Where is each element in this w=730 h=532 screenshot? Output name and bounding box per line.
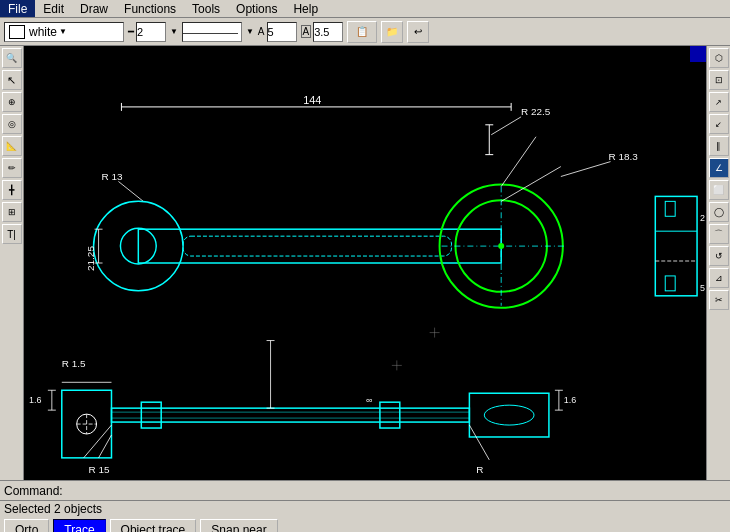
right-tool-1[interactable]: ⬡ bbox=[709, 48, 729, 68]
svg-rect-31 bbox=[665, 201, 675, 216]
canvas-area[interactable]: 144 R 22.5 R 18.3 R 13 bbox=[24, 46, 706, 480]
tool-pan[interactable]: ⊕ bbox=[2, 92, 22, 112]
menubar: File Edit Draw Functions Tools Options H… bbox=[0, 0, 730, 18]
menu-tools[interactable]: Tools bbox=[184, 0, 228, 17]
command-line: Command: bbox=[0, 481, 730, 501]
right-tool-6[interactable]: ∠ bbox=[709, 158, 729, 178]
tool-measure[interactable]: 📐 bbox=[2, 136, 22, 156]
right-toolbar: ⬡ ⊡ ↗ ↙ ∥ ∠ ⬜ ◯ ⌒ ↺ ⊿ ✂ bbox=[706, 46, 730, 480]
tool-circle-select[interactable]: ◎ bbox=[2, 114, 22, 134]
svg-point-52 bbox=[484, 405, 534, 425]
right-tool-10[interactable]: ↺ bbox=[709, 246, 729, 266]
textsize2-input[interactable] bbox=[313, 22, 343, 42]
menu-options[interactable]: Options bbox=[228, 0, 285, 17]
command-label: Command: bbox=[4, 484, 63, 498]
svg-text:5: 5 bbox=[700, 283, 705, 293]
right-tool-11[interactable]: ⊿ bbox=[709, 268, 729, 288]
command-input[interactable] bbox=[67, 483, 726, 499]
status-line: Selected 2 objects bbox=[0, 501, 730, 517]
bottom-buttons: Orto Trace Object trace Snap near bbox=[0, 517, 730, 532]
menu-draw[interactable]: Draw bbox=[72, 0, 116, 17]
drawing-svg: 144 R 22.5 R 18.3 R 13 bbox=[24, 46, 706, 480]
status-text: Selected 2 objects bbox=[4, 502, 102, 516]
color-label: white bbox=[29, 25, 57, 39]
svg-rect-49 bbox=[380, 402, 400, 428]
color-dropdown-arrow: ▼ bbox=[59, 27, 67, 36]
textsize2-icon: A bbox=[301, 25, 312, 38]
linewidth-dropdown[interactable]: ▼ bbox=[170, 27, 178, 36]
linestyle-input[interactable] bbox=[182, 22, 242, 42]
svg-text:R 18.3: R 18.3 bbox=[609, 151, 639, 162]
svg-point-25 bbox=[498, 243, 504, 249]
right-tool-5[interactable]: ∥ bbox=[709, 136, 729, 156]
svg-rect-30 bbox=[655, 196, 697, 295]
svg-rect-45 bbox=[111, 408, 469, 422]
tool-text[interactable]: T| bbox=[2, 224, 22, 244]
right-tool-9[interactable]: ⌒ bbox=[709, 224, 729, 244]
right-tool-7[interactable]: ⬜ bbox=[709, 180, 729, 200]
svg-text:1.6: 1.6 bbox=[564, 395, 576, 405]
btn-object-trace[interactable]: Object trace bbox=[110, 519, 197, 532]
svg-text:R 13: R 13 bbox=[102, 171, 123, 182]
toolbar-btn-3[interactable]: ↩ bbox=[407, 21, 429, 43]
menu-file[interactable]: File bbox=[0, 0, 35, 17]
color-preview bbox=[9, 25, 25, 39]
main-area: 🔍 ↖ ⊕ ◎ 📐 ✏ ╋ ⊞ T| 144 bbox=[0, 46, 730, 480]
menu-help[interactable]: Help bbox=[285, 0, 326, 17]
btn-snap-near[interactable]: Snap near bbox=[200, 519, 277, 532]
svg-line-61 bbox=[84, 425, 112, 458]
tool-select[interactable]: ↖ bbox=[2, 70, 22, 90]
tool-crosshair[interactable]: ╋ bbox=[2, 180, 22, 200]
svg-rect-32 bbox=[665, 276, 675, 291]
textsize-input[interactable] bbox=[267, 22, 297, 42]
svg-text:R 1.5: R 1.5 bbox=[62, 358, 86, 369]
textsize-icon: A bbox=[258, 26, 265, 37]
menu-edit[interactable]: Edit bbox=[35, 0, 72, 17]
right-tool-8[interactable]: ◯ bbox=[709, 202, 729, 222]
linewidth-input[interactable] bbox=[136, 22, 166, 42]
toolbar-btn-2[interactable]: 📁 bbox=[381, 21, 403, 43]
svg-text:∞: ∞ bbox=[366, 395, 372, 405]
menu-functions[interactable]: Functions bbox=[116, 0, 184, 17]
svg-rect-20 bbox=[183, 236, 451, 256]
toolbar: white ▼ ━ ▼ ▼ A A 📋 📁 ↩ bbox=[0, 18, 730, 46]
color-selector[interactable]: white ▼ bbox=[4, 22, 124, 42]
left-toolbar: 🔍 ↖ ⊕ ◎ 📐 ✏ ╋ ⊞ T| bbox=[0, 46, 24, 480]
svg-text:1.6: 1.6 bbox=[29, 395, 41, 405]
tool-draw[interactable]: ✏ bbox=[2, 158, 22, 178]
svg-text:R 15: R 15 bbox=[89, 464, 110, 475]
linewidth-icon: ━ bbox=[128, 26, 134, 37]
right-tool-2[interactable]: ⊡ bbox=[709, 70, 729, 90]
svg-rect-48 bbox=[141, 402, 161, 428]
tool-zoom[interactable]: 🔍 bbox=[2, 48, 22, 68]
bottom-panel: Command: Selected 2 objects Orto Trace O… bbox=[0, 480, 730, 532]
svg-line-38 bbox=[501, 167, 561, 202]
svg-line-11 bbox=[491, 117, 521, 135]
svg-line-64 bbox=[469, 425, 489, 460]
svg-line-15 bbox=[118, 181, 143, 201]
svg-text:2: 2 bbox=[700, 213, 705, 223]
svg-line-37 bbox=[501, 137, 536, 187]
toolbar-btn-1[interactable]: 📋 bbox=[347, 21, 377, 43]
svg-text:21.25: 21.25 bbox=[85, 246, 96, 271]
btn-trace[interactable]: Trace bbox=[53, 519, 105, 532]
linestyle-dropdown[interactable]: ▼ bbox=[246, 27, 254, 36]
right-tool-12[interactable]: ✂ bbox=[709, 290, 729, 310]
right-tool-4[interactable]: ↙ bbox=[709, 114, 729, 134]
svg-text:R 22.5: R 22.5 bbox=[521, 106, 551, 117]
svg-text:144: 144 bbox=[303, 94, 321, 106]
svg-line-13 bbox=[561, 162, 611, 177]
btn-orto[interactable]: Orto bbox=[4, 519, 49, 532]
right-tool-3[interactable]: ↗ bbox=[709, 92, 729, 112]
tool-grid[interactable]: ⊞ bbox=[2, 202, 22, 222]
svg-rect-51 bbox=[469, 393, 549, 437]
svg-text:R: R bbox=[476, 464, 483, 475]
